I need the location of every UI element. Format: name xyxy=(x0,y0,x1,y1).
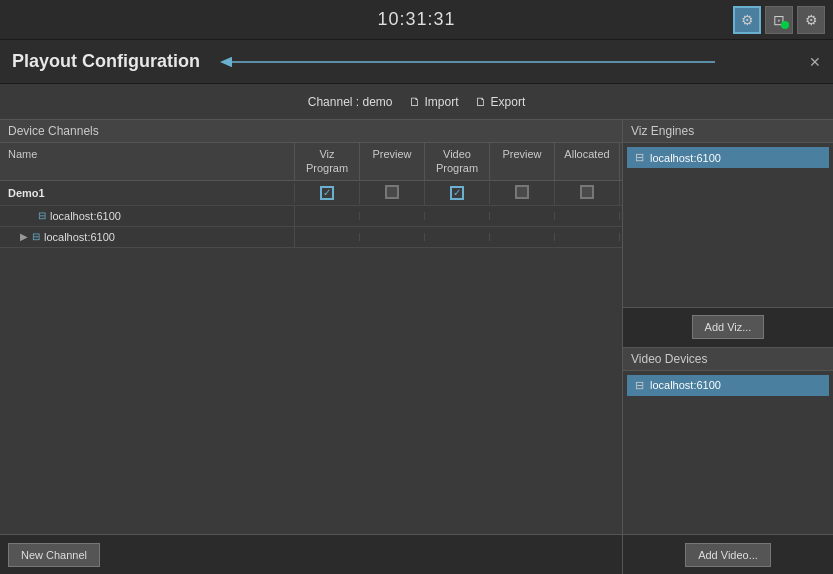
viz-engines-section: Viz Engines ⊟ localhost:6100 Add Viz... xyxy=(623,120,833,347)
video-device-item[interactable]: ⊟ localhost:6100 xyxy=(627,375,829,396)
video-device-icon: ⊟ xyxy=(635,379,644,392)
add-video-button[interactable]: Add Video... xyxy=(685,543,771,567)
allocated-demo1[interactable] xyxy=(555,181,620,205)
col-viz-preview: Preview xyxy=(360,143,425,180)
sub-viz-p4 xyxy=(490,212,555,220)
sub-row-video-label: localhost:6100 xyxy=(44,231,115,243)
viz-program-checkbox[interactable] xyxy=(320,186,334,200)
channel-bar: Channel : demo 🗋 Import 🗋 Export xyxy=(0,84,833,120)
row-name-demo1: Demo1 xyxy=(0,183,295,203)
add-video-bar: Add Video... xyxy=(623,534,833,574)
sub-row-video: ▶ ⊟ localhost:6100 xyxy=(0,226,622,247)
sub-viz-p5 xyxy=(555,212,620,220)
top-bar: 10:31:31 ⚙ ⊡ ⚙ xyxy=(0,0,833,40)
import-label: Import xyxy=(425,95,459,109)
clock: 10:31:31 xyxy=(377,9,455,30)
page-title: Playout Configuration xyxy=(12,51,200,72)
viz-engine-item[interactable]: ⊟ localhost:6100 xyxy=(627,147,829,168)
viz-preview-checkbox[interactable] xyxy=(385,185,399,199)
sub-row-viz-label: localhost:6100 xyxy=(50,210,121,222)
video-preview-checkbox[interactable] xyxy=(515,185,529,199)
add-viz-button[interactable]: Add Viz... xyxy=(692,315,765,339)
video-device-name: localhost:6100 xyxy=(650,379,721,391)
device-table: Demo1 xyxy=(0,181,622,534)
col-allocated: Allocated xyxy=(555,143,620,180)
title-bar: Playout Configuration ✕ xyxy=(0,40,833,84)
top-bar-icons: ⚙ ⊡ ⚙ xyxy=(733,6,825,34)
device-channels-title: Device Channels xyxy=(0,120,622,143)
video-devices-list: ⊟ localhost:6100 xyxy=(623,371,833,535)
export-button[interactable]: 🗋 Export xyxy=(475,95,526,109)
sub-vid-p3 xyxy=(425,233,490,241)
bottom-left-bar: New Channel xyxy=(0,534,622,574)
channel-label: Channel : demo xyxy=(308,95,393,109)
settings-icon-btn[interactable]: ⚙ xyxy=(733,6,761,34)
viz-preview-demo1[interactable] xyxy=(360,181,425,205)
sub-viz-p3 xyxy=(425,212,490,220)
sub-vid-p5 xyxy=(555,233,620,241)
sub-vid-p2 xyxy=(360,233,425,241)
viz-engine-icon: ⊟ xyxy=(635,151,644,164)
close-button[interactable]: ✕ xyxy=(805,52,825,72)
tree-icon-viz: ⊟ xyxy=(38,210,46,221)
main-content: Device Channels Name VizProgram Preview … xyxy=(0,120,833,574)
gear-icon-btn[interactable]: ⚙ xyxy=(797,6,825,34)
video-devices-section: Video Devices ⊟ localhost:6100 Add Video… xyxy=(623,347,833,575)
sub-row-viz-name: ⊟ localhost:6100 xyxy=(0,206,295,226)
add-viz-bar: Add Viz... xyxy=(623,307,833,347)
export-label: Export xyxy=(491,95,526,109)
allocated-checkbox[interactable] xyxy=(580,185,594,199)
import-button[interactable]: 🗋 Import xyxy=(409,95,459,109)
video-program-demo1[interactable] xyxy=(425,182,490,204)
sub-vid-p4 xyxy=(490,233,555,241)
table-row: Demo1 xyxy=(0,181,622,205)
tree-icon-video: ⊟ xyxy=(32,231,40,242)
status-dot xyxy=(781,21,789,29)
right-panel: Viz Engines ⊟ localhost:6100 Add Viz... … xyxy=(623,120,833,574)
video-program-checkbox[interactable] xyxy=(450,186,464,200)
col-video-program: VideoProgram xyxy=(425,143,490,180)
import-icon: 🗋 xyxy=(409,95,421,109)
sub-row-viz: ⊟ localhost:6100 xyxy=(0,205,622,226)
sub-viz-p1 xyxy=(295,212,360,220)
video-preview-demo1[interactable] xyxy=(490,181,555,205)
export-icon: 🗋 xyxy=(475,95,487,109)
col-viz-program: VizProgram xyxy=(295,143,360,180)
video-devices-title: Video Devices xyxy=(623,348,833,371)
sub-row-video-name: ▶ ⊟ localhost:6100 xyxy=(0,227,295,247)
sub-viz-p2 xyxy=(360,212,425,220)
table-row-group: Demo1 xyxy=(0,181,622,248)
viz-engines-title: Viz Engines xyxy=(623,120,833,143)
col-name: Name xyxy=(0,143,295,180)
monitor-add-icon-btn[interactable]: ⊡ xyxy=(765,6,793,34)
left-panel: Device Channels Name VizProgram Preview … xyxy=(0,120,623,574)
sub-vid-p1 xyxy=(295,233,360,241)
table-header: Name VizProgram Preview VideoProgram Pre… xyxy=(0,143,622,181)
new-channel-button[interactable]: New Channel xyxy=(8,543,100,567)
col-video-preview: Preview xyxy=(490,143,555,180)
viz-engines-list: ⊟ localhost:6100 xyxy=(623,143,833,307)
viz-program-demo1[interactable] xyxy=(295,182,360,204)
expand-icon[interactable]: ▶ xyxy=(20,231,28,242)
viz-engine-name: localhost:6100 xyxy=(650,152,721,164)
